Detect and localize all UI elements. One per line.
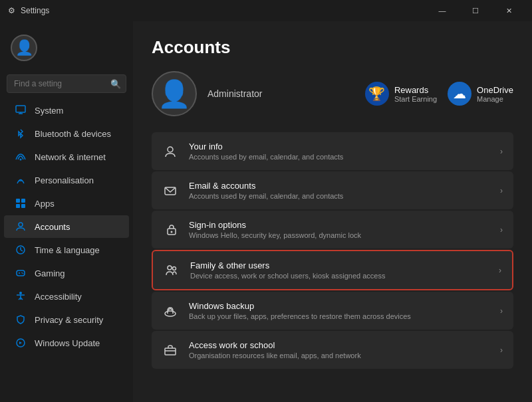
profile-left: 👤 Administrator bbox=[152, 71, 262, 116]
profile-avatar: 👤 bbox=[152, 71, 197, 116]
sign-in-icon bbox=[162, 222, 178, 238]
page-title: Accounts bbox=[152, 37, 513, 58]
settings-item-title-email-accounts: Email & accounts bbox=[189, 181, 489, 191]
backup-icon bbox=[162, 303, 178, 319]
action-onedrive[interactable]: ☁ OneDrive Manage bbox=[448, 82, 513, 106]
maximize-button[interactable]: ☐ bbox=[460, 0, 491, 21]
svg-rect-5 bbox=[16, 199, 20, 203]
titlebar-left: ⚙ Settings bbox=[8, 6, 49, 15]
minimize-button[interactable]: — bbox=[427, 0, 458, 21]
svg-line-12 bbox=[21, 250, 23, 251]
sidebar-item-label: Windows Update bbox=[35, 338, 100, 348]
sidebar-item-label: Accessibility bbox=[35, 292, 82, 302]
sidebar-item-gaming[interactable]: Gaming bbox=[4, 262, 129, 284]
profile-name: Administrator bbox=[207, 88, 262, 99]
nav-items: System Bluetooth & devices Network & int… bbox=[0, 98, 133, 355]
accounts-icon bbox=[15, 221, 27, 233]
sidebar-item-label: Bluetooth & devices bbox=[35, 129, 111, 139]
accessibility-icon bbox=[15, 290, 27, 302]
content-area: Accounts 👤 Administrator 🏆 Rewards Start… bbox=[133, 21, 532, 402]
chevron-icon-backup: › bbox=[500, 306, 503, 316]
chevron-icon-email-accounts: › bbox=[500, 186, 503, 195]
sidebar: 👤 🔍 System Bluetooth & devices Network &… bbox=[0, 21, 133, 402]
action-rewards[interactable]: 🏆 Rewards Start Earning bbox=[365, 82, 437, 106]
profile-row: 👤 Administrator 🏆 Rewards Start Earning … bbox=[152, 71, 513, 116]
sidebar-item-system[interactable]: System bbox=[4, 99, 129, 122]
svg-rect-8 bbox=[21, 204, 25, 208]
close-button[interactable]: ✕ bbox=[493, 0, 524, 21]
settings-item-desc-family: Device access, work or school users, kio… bbox=[190, 272, 488, 280]
svg-point-16 bbox=[21, 272, 23, 274]
work-school-icon bbox=[162, 342, 178, 358]
settings-item-desc-your-info: Accounts used by email, calendar, and co… bbox=[189, 153, 489, 161]
search-icon: 🔍 bbox=[110, 79, 121, 89]
your-info-icon bbox=[162, 144, 178, 159]
svg-point-24 bbox=[168, 147, 173, 152]
svg-point-28 bbox=[168, 266, 172, 270]
sidebar-item-bluetooth[interactable]: Bluetooth & devices bbox=[4, 122, 129, 145]
apps-icon bbox=[15, 197, 27, 209]
settings-item-desc-email-accounts: Accounts used by email, calendar, and co… bbox=[189, 192, 489, 200]
sidebar-item-label: Network & internet bbox=[35, 152, 106, 162]
family-icon bbox=[164, 262, 180, 278]
search-box[interactable]: 🔍 bbox=[7, 74, 126, 93]
settings-item-title-family: Family & other users bbox=[190, 260, 488, 270]
avatar: 👤 bbox=[11, 35, 37, 61]
sidebar-item-label: Accounts bbox=[35, 222, 70, 232]
sidebar-item-personalisation[interactable]: Personalisation bbox=[4, 169, 129, 191]
settings-item-title-sign-in: Sign-in options bbox=[189, 220, 489, 230]
email-accounts-icon bbox=[162, 183, 178, 199]
settings-item-email-accounts[interactable]: Email & accounts Accounts used by email,… bbox=[152, 171, 513, 209]
main-layout: 👤 🔍 System Bluetooth & devices Network &… bbox=[0, 21, 532, 402]
sidebar-item-label: Personalisation bbox=[35, 175, 94, 185]
svg-point-27 bbox=[171, 231, 173, 233]
sidebar-item-accounts[interactable]: Accounts bbox=[4, 215, 129, 238]
settings-icon: ⚙ bbox=[8, 6, 15, 15]
onedrive-icon: ☁ bbox=[448, 82, 471, 106]
system-icon bbox=[15, 104, 27, 116]
svg-point-17 bbox=[23, 273, 24, 274]
svg-point-3 bbox=[20, 159, 22, 161]
settings-item-your-info[interactable]: Your info Accounts used by email, calend… bbox=[152, 132, 513, 170]
sidebar-item-network[interactable]: Network & internet bbox=[4, 146, 129, 168]
settings-item-backup[interactable]: Windows backup Back up your files, apps,… bbox=[152, 292, 513, 330]
settings-item-title-work-school: Access work or school bbox=[189, 340, 489, 350]
svg-point-29 bbox=[173, 266, 176, 270]
sidebar-item-update[interactable]: Windows Update bbox=[4, 332, 129, 354]
settings-item-title-your-info: Your info bbox=[189, 142, 489, 151]
sidebar-item-label: System bbox=[35, 106, 63, 116]
sidebar-avatar: 👤 bbox=[0, 27, 133, 69]
settings-item-desc-work-school: Organisation resources like email, apps,… bbox=[189, 352, 489, 359]
action-title-rewards: Rewards bbox=[394, 85, 437, 95]
sidebar-item-accessibility[interactable]: Accessibility bbox=[4, 285, 129, 308]
chevron-icon-your-info: › bbox=[500, 147, 503, 156]
sidebar-item-privacy[interactable]: Privacy & security bbox=[4, 308, 129, 331]
sidebar-item-label: Gaming bbox=[35, 268, 65, 278]
settings-item-sign-in[interactable]: Sign-in options Windows Hello, security … bbox=[152, 211, 513, 249]
rewards-icon: 🏆 bbox=[365, 82, 389, 106]
action-title-onedrive: OneDrive bbox=[477, 85, 513, 95]
settings-list: Your info Accounts used by email, calend… bbox=[152, 132, 513, 369]
settings-item-family[interactable]: Family & other users Device access, work… bbox=[152, 250, 513, 290]
sidebar-item-label: Time & language bbox=[35, 245, 100, 255]
svg-rect-0 bbox=[16, 106, 25, 112]
sidebar-item-time[interactable]: Time & language bbox=[4, 239, 129, 261]
settings-item-work-school[interactable]: Access work or school Organisation resou… bbox=[152, 331, 513, 369]
action-sub-onedrive: Manage bbox=[477, 95, 513, 103]
sidebar-item-label: Privacy & security bbox=[35, 315, 103, 325]
chevron-icon-sign-in: › bbox=[500, 225, 503, 235]
svg-rect-6 bbox=[21, 199, 25, 203]
update-icon bbox=[15, 337, 27, 349]
sidebar-item-label: Apps bbox=[35, 199, 55, 209]
profile-actions: 🏆 Rewards Start Earning ☁ OneDrive Manag… bbox=[365, 82, 513, 106]
avatar-icon: 👤 bbox=[15, 39, 33, 56]
personalisation-icon bbox=[15, 174, 27, 186]
svg-rect-13 bbox=[17, 270, 25, 276]
settings-item-desc-sign-in: Windows Hello, security key, password, d… bbox=[189, 231, 489, 239]
time-icon bbox=[15, 244, 27, 256]
sidebar-item-apps[interactable]: Apps bbox=[4, 192, 129, 215]
privacy-icon bbox=[15, 314, 27, 326]
settings-item-desc-backup: Back up your files, apps, preferences to… bbox=[189, 312, 489, 320]
search-input[interactable] bbox=[7, 74, 126, 93]
action-sub-rewards: Start Earning bbox=[394, 95, 437, 103]
